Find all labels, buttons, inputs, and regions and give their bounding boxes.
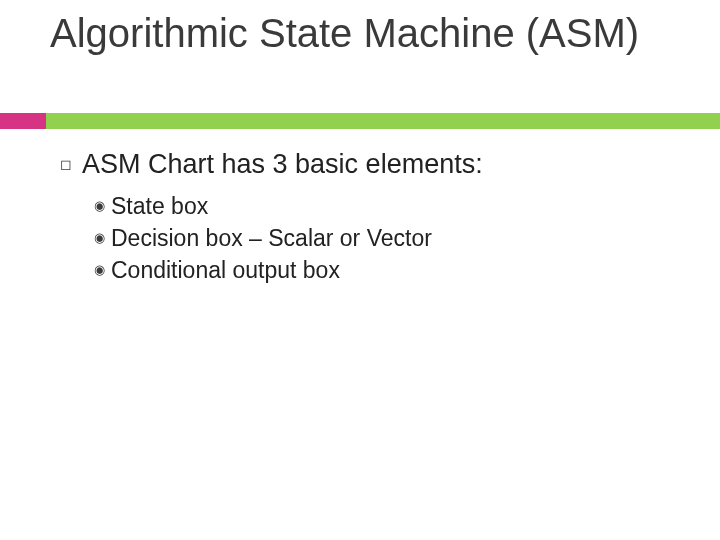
square-bullet-icon: ◻	[60, 157, 72, 171]
dot-bullet-icon: ◉	[94, 231, 105, 244]
body-heading: ASM Chart has 3 basic elements:	[82, 148, 483, 182]
sub-item-text: State box	[111, 192, 208, 222]
accent-tab	[0, 113, 46, 129]
accent-bar	[0, 113, 720, 129]
sub-item-text: Conditional output box	[111, 256, 340, 286]
list-item: ◉ Decision box – Scalar or Vector	[94, 224, 670, 254]
title-text: Algorithmic State Machine (ASM)	[50, 10, 670, 56]
list-item: ◻ ASM Chart has 3 basic elements:	[60, 148, 670, 182]
dot-bullet-icon: ◉	[94, 263, 105, 276]
list-item: ◉ State box	[94, 192, 670, 222]
list-item: ◉ Conditional output box	[94, 256, 670, 286]
sub-item-text: Decision box – Scalar or Vector	[111, 224, 432, 254]
body-content: ◻ ASM Chart has 3 basic elements: ◉ Stat…	[60, 148, 670, 287]
slide-title: Algorithmic State Machine (ASM)	[50, 10, 670, 56]
dot-bullet-icon: ◉	[94, 199, 105, 212]
sub-list: ◉ State box ◉ Decision box – Scalar or V…	[94, 192, 670, 286]
